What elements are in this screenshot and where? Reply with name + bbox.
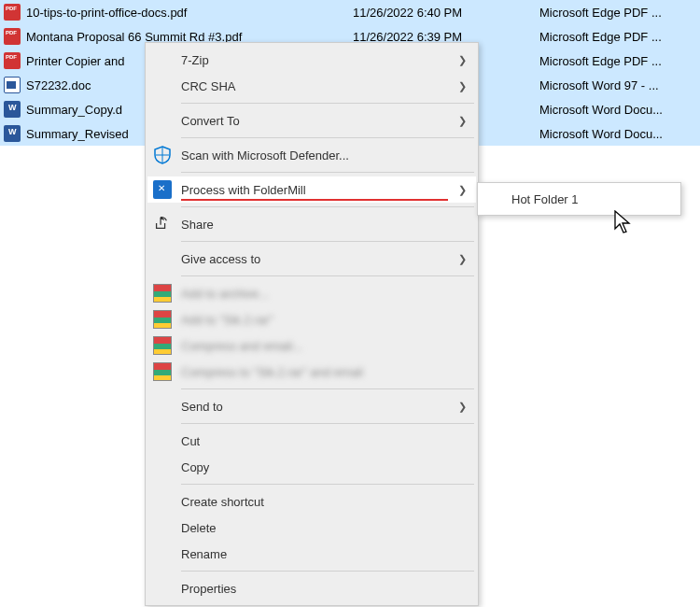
menu-winrar-item[interactable]: Add to archive...: [147, 280, 476, 306]
file-type: Microsoft Word Docu...: [539, 103, 700, 117]
chevron-right-icon: ❯: [458, 401, 467, 413]
chevron-right-icon: ❯: [458, 80, 467, 92]
menu-cut[interactable]: Cut: [147, 428, 476, 454]
file-name: 10-tips-to-print-office-docs.pdf: [26, 6, 353, 20]
menu-label: Process with FolderMill: [181, 183, 458, 197]
menu-separator: [181, 275, 474, 276]
menu-separator: [181, 172, 474, 173]
menu-send-to[interactable]: Send to ❯: [147, 393, 476, 419]
pdf-icon: [4, 28, 21, 45]
docx-icon: [4, 125, 21, 142]
file-type: Microsoft Word Docu...: [539, 127, 700, 141]
chevron-right-icon: ❯: [458, 54, 467, 66]
menu-separator: [181, 484, 474, 485]
defender-shield-icon: [153, 146, 172, 164]
chevron-right-icon: ❯: [458, 115, 467, 127]
menu-separator: [181, 103, 474, 104]
menu-properties[interactable]: Properties: [147, 575, 476, 601]
menu-label: Compress and email...: [181, 339, 467, 353]
menu-label: Delete: [181, 521, 467, 535]
winrar-icon: [153, 310, 172, 329]
menu-foldermill[interactable]: Process with FolderMill ❯: [147, 176, 476, 203]
menu-separator: [181, 423, 474, 424]
pdf-icon: [4, 4, 21, 21]
winrar-icon: [153, 284, 172, 303]
file-type: Microsoft Word 97 - ...: [539, 78, 700, 92]
menu-share[interactable]: Share: [147, 211, 476, 237]
docx-icon: [4, 101, 21, 118]
menu-label: Add to "Sik.2.rar": [181, 313, 467, 327]
menu-label: Give access to: [181, 252, 458, 266]
submenu-hot-folder-1[interactable]: Hot Folder 1: [480, 185, 679, 213]
menu-winrar-item[interactable]: Add to "Sik.2.rar": [147, 306, 476, 332]
menu-crc[interactable]: CRC SHA ❯: [147, 73, 476, 99]
menu-create-shortcut[interactable]: Create shortcut: [147, 488, 476, 515]
menu-label: Send to: [181, 400, 458, 414]
file-row[interactable]: 10-tips-to-print-office-docs.pdf 11/26/2…: [0, 0, 700, 24]
menu-label: Rename: [181, 547, 467, 561]
menu-separator: [181, 388, 474, 389]
menu-label: 7-Zip: [181, 53, 458, 67]
menu-label: Share: [181, 218, 467, 232]
menu-separator: [181, 206, 474, 207]
context-menu: 7-Zip ❯ CRC SHA ❯ Convert To ❯ Scan with…: [145, 42, 479, 606]
foldermill-icon: [153, 180, 172, 199]
menu-label: CRC SHA: [181, 79, 458, 93]
share-icon: [153, 215, 172, 233]
highlight-underline: [181, 199, 448, 201]
file-type: Microsoft Edge PDF ...: [539, 6, 700, 20]
foldermill-submenu: Hot Folder 1: [477, 182, 681, 216]
menu-label: Cut: [181, 434, 467, 448]
menu-label: Create shortcut: [181, 495, 467, 509]
menu-label: Add to archive...: [181, 287, 467, 301]
menu-separator: [181, 241, 474, 242]
file-type: Microsoft Edge PDF ...: [539, 54, 700, 68]
menu-label: Compress to "Sik.2.rar" and email: [181, 365, 467, 379]
file-type: Microsoft Edge PDF ...: [539, 30, 700, 44]
chevron-right-icon: ❯: [458, 253, 467, 265]
menu-separator: [181, 571, 474, 572]
menu-separator: [181, 137, 474, 138]
menu-label: Copy: [181, 460, 467, 474]
menu-7zip[interactable]: 7-Zip ❯: [147, 47, 476, 73]
doc-icon: [4, 77, 21, 93]
file-date: 11/26/2022 6:40 PM: [353, 6, 539, 20]
pdf-icon: [4, 52, 21, 69]
menu-copy[interactable]: Copy: [147, 454, 476, 480]
menu-label: Hot Folder 1: [511, 192, 669, 206]
menu-delete[interactable]: Delete: [147, 515, 476, 541]
menu-winrar-item[interactable]: Compress and email...: [147, 332, 476, 359]
menu-label: Scan with Microsoft Defender...: [181, 148, 467, 162]
menu-label: Properties: [181, 582, 467, 596]
menu-convert[interactable]: Convert To ❯: [147, 107, 476, 134]
menu-give-access[interactable]: Give access to ❯: [147, 246, 476, 272]
winrar-icon: [153, 362, 172, 381]
menu-label: Convert To: [181, 114, 458, 128]
menu-defender[interactable]: Scan with Microsoft Defender...: [147, 142, 476, 168]
winrar-icon: [153, 336, 172, 355]
menu-rename[interactable]: Rename: [147, 541, 476, 567]
chevron-right-icon: ❯: [458, 184, 467, 196]
menu-winrar-item[interactable]: Compress to "Sik.2.rar" and email: [147, 359, 476, 385]
